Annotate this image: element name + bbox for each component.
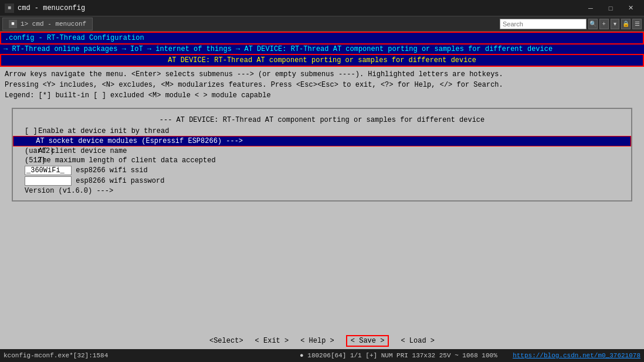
status-right-info: ● 180206[64] 1/1 [+] NUM PRI 137x32 25V … <box>300 352 640 359</box>
subtitle-text: AT DEVICE: RT-Thread AT component portin… <box>168 56 476 64</box>
close-button[interactable]: ✕ <box>622 2 639 14</box>
exit-button[interactable]: < Exit > <box>255 337 289 345</box>
window-icon: ■ <box>5 4 14 13</box>
status-left: kconfig-mconf.exe*[32]:1584 <box>4 352 108 359</box>
menu-item[interactable]: (512) The maximum length of client data … <box>13 156 631 165</box>
title-bar: ■ cmd - menuconfig ─ □ ✕ <box>0 0 644 16</box>
search-settings-button[interactable]: 🔒 <box>621 19 631 29</box>
menuconfig-breadcrumb: → RT-Thread online packages → IoT → inte… <box>0 45 644 54</box>
menu-item[interactable]: _360WiFi_ esp8266 wifi ssid <box>13 165 631 176</box>
menu-item[interactable]: (uart2) AT client device name <box>13 146 631 156</box>
status-bar: kconfig-mconf.exe*[32]:1584 ● 180206[64]… <box>0 349 644 362</box>
menu-item[interactable]: esp8266 wifi password <box>13 176 631 186</box>
search-area: 🔍 + ▾ 🔒 ☰ <box>497 16 644 32</box>
tab-icon: ■ <box>9 20 17 28</box>
load-button[interactable]: < Load > <box>401 337 435 345</box>
bottom-bar: <Select> < Exit > < Help > < Save > < Lo… <box>0 333 644 349</box>
menuconfig-header: .config - RT-Thread Configuration <box>0 32 644 45</box>
maximize-button[interactable]: □ <box>602 2 619 14</box>
menu-item[interactable]: AT socket device modules (Espressif ESP8… <box>13 136 631 146</box>
help-line-1: Arrow keys navigate the menu. <Enter> se… <box>5 69 639 80</box>
minimize-button[interactable]: ─ <box>582 2 599 14</box>
menu-items: [ ] Enable at device init by thread AT s… <box>13 127 631 196</box>
window-title: cmd - menuconfig <box>18 4 582 12</box>
search-options-button[interactable]: ▾ <box>611 19 620 29</box>
search-menu-button[interactable]: ☰ <box>632 19 642 29</box>
wifi-ssid-input[interactable]: _360WiFi_ <box>25 166 72 175</box>
window-controls: ─ □ ✕ <box>582 2 639 14</box>
save-button[interactable]: < Save > <box>346 335 389 347</box>
search-input[interactable] <box>500 19 587 29</box>
menu-item[interactable]: Version (v1.6.0) ---> <box>13 186 631 196</box>
help-text: Arrow keys navigate the menu. <Enter> se… <box>0 67 644 103</box>
tab-bar: ■ 1> cmd - menuconf 🔍 + ▾ 🔒 ☰ <box>0 16 644 32</box>
menu-box-title: --- AT DEVICE: RT-Thread AT component po… <box>13 114 631 127</box>
help-line-3: Legend: [*] built-in [ ] excluded <M> mo… <box>5 90 639 101</box>
search-next-button[interactable]: + <box>599 19 609 29</box>
tab-label: 1> cmd - menuconf <box>21 21 86 28</box>
menuconfig-subtitle: AT DEVICE: RT-Thread AT component portin… <box>0 54 644 67</box>
menuconfig-area: .config - RT-Thread Configuration → RT-T… <box>0 32 644 362</box>
tab-item[interactable]: ■ 1> cmd - menuconf <box>2 18 93 30</box>
menu-item[interactable]: [ ] Enable at device init by thread <box>13 127 631 136</box>
select-button[interactable]: <Select> <box>209 337 243 345</box>
breadcrumb-text: → RT-Thread online packages → IoT → inte… <box>4 45 553 53</box>
config-line: .config - RT-Thread Configuration <box>5 34 144 42</box>
help-line-2: Pressing <Y> includes, <N> excludes, <M>… <box>5 80 639 90</box>
help-button[interactable]: < Help > <box>300 337 334 345</box>
menu-box: --- AT DEVICE: RT-Thread AT component po… <box>12 108 632 202</box>
wifi-password-input[interactable] <box>25 176 72 186</box>
search-button[interactable]: 🔍 <box>588 19 598 29</box>
